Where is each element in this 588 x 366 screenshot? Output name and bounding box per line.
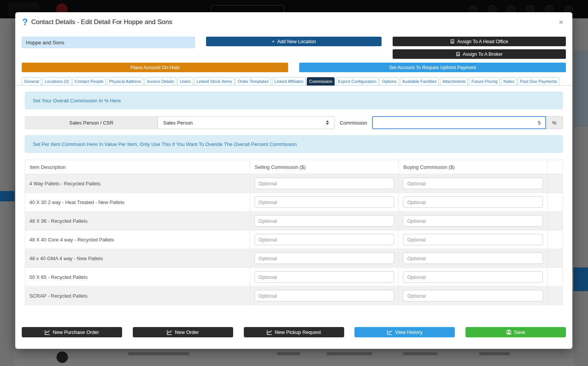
close-icon[interactable]: × — [556, 18, 565, 27]
overall-commission-row: Sales Person / CSR Sales Person Commissi… — [25, 116, 563, 129]
footer-actions: New Purchase Order New Order New Pickup … — [22, 327, 566, 337]
tab-available-facilities[interactable]: Available Facilities — [400, 77, 439, 86]
buying-commission-input[interactable] — [403, 234, 543, 245]
assign-buttons: Assign To A Head Office Assign To A Brok… — [393, 37, 566, 59]
company-name-input[interactable] — [22, 37, 195, 48]
selling-commission-input[interactable] — [255, 290, 395, 301]
selling-commission-input[interactable] — [255, 271, 395, 283]
tab-commission[interactable]: Commission — [307, 77, 335, 86]
column-header-buying-commission: Buying Commission ($) — [399, 160, 548, 174]
item-description: 4 Way Pallets - Recycled Pallets — [25, 174, 250, 193]
save-button[interactable]: Save — [466, 327, 566, 337]
place-account-on-hold-button[interactable]: Place Account On Hold — [22, 63, 288, 72]
table-row: SCRAP - Recycled Pallets — [25, 287, 563, 305]
table-row: 48 x 40 GMA 4 way - New Pallets — [25, 249, 563, 268]
buying-commission-input[interactable] — [403, 178, 543, 189]
tab-linked-affiliates[interactable]: Linked Affiliates — [272, 77, 306, 86]
modal-header: ? Contact Details - Edit Detail For Hopp… — [15, 12, 572, 28]
table-header-row: Item Description Selling Commission ($) … — [25, 160, 563, 174]
chart-line-icon — [267, 330, 272, 335]
item-description: 48 x 40 GMA 4 way - New Pallets — [25, 249, 250, 268]
save-icon — [506, 330, 511, 335]
item-description: 50 X 65 - Recycled Pallets — [25, 268, 250, 287]
tab-linked-stock-items[interactable]: Linked Stock Items — [194, 77, 234, 86]
selling-commission-input[interactable] — [255, 253, 395, 264]
item-description: 48 X 36 - Recycled Pallets — [25, 212, 250, 230]
assign-head-office-button[interactable]: Assign To A Head Office — [393, 37, 566, 46]
new-pickup-request-button[interactable]: New Pickup Request — [244, 327, 344, 337]
tab-contact-people[interactable]: Contact People — [72, 77, 106, 86]
tab-notes[interactable]: Notes — [501, 77, 517, 86]
require-upfront-payment-button[interactable]: Set Account To Require Upfront Payment — [299, 63, 566, 72]
tab-physical-address[interactable]: Physical Address — [107, 77, 143, 86]
tab-options[interactable]: Options — [380, 77, 399, 86]
contact-details-modal: ? Contact Details - Edit Detail For Hopp… — [15, 12, 572, 349]
commission-label: Commission — [340, 116, 367, 129]
tab-order-templates[interactable]: Order Templates — [235, 77, 271, 86]
account-status-buttons: Place Account On Hold Set Account To Req… — [15, 63, 572, 72]
new-purchase-order-button[interactable]: New Purchase Order — [22, 327, 122, 337]
help-icon[interactable]: ? — [22, 18, 28, 27]
buying-commission-input[interactable] — [403, 215, 543, 227]
select-arrows-icon — [326, 120, 329, 125]
view-history-button[interactable]: View History — [354, 327, 455, 337]
new-order-button[interactable]: New Order — [133, 327, 233, 337]
tab-bar: General Locations (0) Contact People Phy… — [15, 77, 572, 86]
tab-export-configuration[interactable]: Export Configuration — [336, 77, 379, 86]
table-row: 48 X 40 Core 4 way - Recycled Pallets — [25, 230, 563, 249]
item-description: SCRAP - Recycled Pallets — [25, 287, 250, 305]
tab-future-pricing[interactable]: Future Pricing — [469, 77, 499, 86]
buying-commission-input[interactable] — [403, 253, 543, 264]
commission-percent-input[interactable] — [372, 116, 546, 129]
table-row: 50 X 65 - Recycled Pallets — [25, 268, 563, 287]
modal-title: Contact Details - Edit Detail For Hoppe … — [31, 18, 172, 26]
selling-commission-input[interactable] — [255, 215, 395, 227]
tab-locations[interactable]: Locations (0) — [42, 77, 71, 86]
table-row: 40 X 30 2 way - Heat Treated - New Palle… — [25, 193, 563, 212]
per-item-commission-info: Set Per Item Commsion Here In Value Per … — [25, 135, 563, 153]
table-row: 4 Way Pallets - Recycled Pallets — [25, 174, 563, 193]
assign-broker-button[interactable]: Assign To A Broker — [393, 49, 566, 59]
column-header-item-description: Item Description — [25, 160, 250, 174]
building-icon — [450, 39, 454, 44]
tab-invoice-details[interactable]: Invoice Details — [145, 77, 177, 86]
tab-past-due-payments[interactable]: Past Due Payments — [518, 77, 559, 86]
per-item-commission-table: Item Description Selling Commission ($) … — [25, 160, 563, 305]
add-new-location-button[interactable]: + Add New Location — [206, 37, 381, 46]
building-icon — [456, 52, 460, 56]
chart-line-icon — [387, 330, 392, 335]
selling-commission-input[interactable] — [255, 196, 395, 208]
chart-line-icon — [167, 330, 172, 335]
chart-line-icon — [45, 330, 50, 335]
top-actions: + Add New Location Assign To A Head Offi… — [15, 37, 572, 59]
buying-commission-input[interactable] — [403, 290, 543, 301]
selling-commission-input[interactable] — [255, 234, 395, 245]
buying-commission-input[interactable] — [403, 196, 543, 208]
tab-general[interactable]: General — [22, 77, 41, 86]
tab-attachments[interactable]: Attachments — [440, 77, 468, 86]
item-description: 48 X 40 Core 4 way - Recycled Pallets — [25, 230, 250, 249]
plus-icon: + — [272, 39, 274, 44]
sales-person-select[interactable]: Sales Person — [158, 116, 335, 129]
commission-input-group: % — [372, 116, 563, 129]
overall-commission-info: Set Your Overall Commission In % Here — [25, 92, 563, 109]
table-row: 48 X 36 - Recycled Pallets — [25, 212, 563, 230]
column-header-empty — [547, 160, 562, 174]
percent-addon: % — [546, 116, 563, 129]
buying-commission-input[interactable] — [403, 271, 543, 283]
tab-users[interactable]: Users — [177, 77, 193, 86]
column-header-selling-commission: Selling Commission ($) — [250, 160, 399, 174]
selling-commission-input[interactable] — [255, 178, 395, 189]
sales-person-csr-label: Sales Person / CSR — [25, 116, 158, 129]
item-description: 40 X 30 2 way - Heat Treated - New Palle… — [25, 193, 250, 212]
